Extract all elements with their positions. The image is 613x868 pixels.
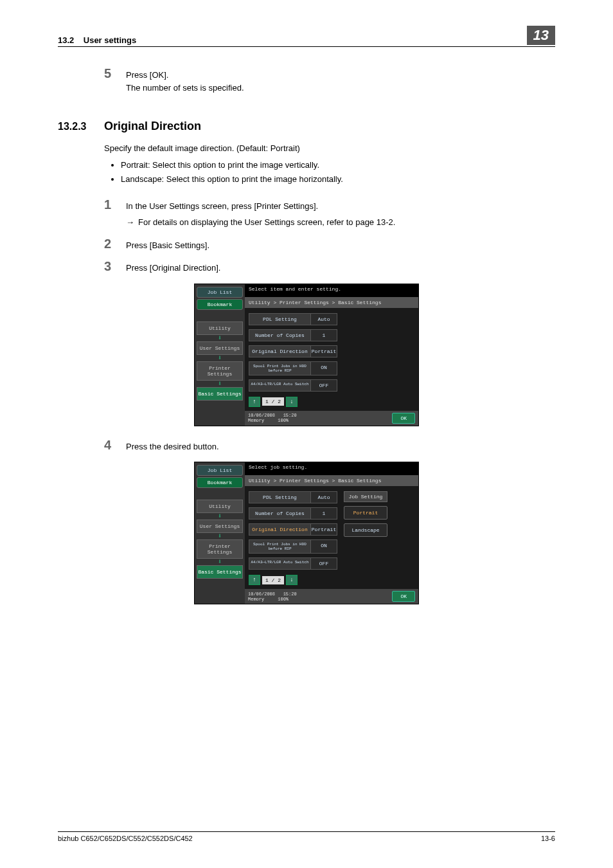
step-1: 1 In the User Settings screen, press [Pr…: [104, 197, 555, 213]
step-number: 4: [104, 438, 126, 453]
step-text: Press [Original Direction].: [126, 259, 220, 275]
job-list-button[interactable]: Job List: [197, 465, 243, 476]
user-settings-button[interactable]: User Settings: [197, 341, 243, 355]
step-number: 2: [104, 237, 126, 251]
utility-button[interactable]: Utility: [197, 321, 243, 335]
down-arrow-icon: ⬇: [218, 336, 222, 341]
step-5: 5 Press [OK]. The number of sets is spec…: [104, 66, 555, 94]
step-number: 3: [104, 259, 126, 274]
chapter-badge: 13: [527, 26, 555, 45]
ok-button[interactable]: OK: [392, 591, 415, 602]
setting-copies[interactable]: Number of Copies1: [249, 507, 337, 520]
step-text: In the User Settings screen, press [Prin…: [126, 197, 318, 213]
setting-original-direction[interactable]: Original DirectionPortrait: [249, 345, 337, 357]
step-text: Press the desired button.: [126, 438, 219, 453]
basic-settings-button[interactable]: Basic Settings: [197, 565, 243, 579]
list-item: Landscape: Select this option to print t…: [121, 173, 555, 186]
subsection-number: 13.2.3: [58, 121, 104, 132]
footer-model: bizhub C652/C652DS/C552/C552DS/C452: [58, 835, 193, 842]
setting-spool[interactable]: Spool Print Jobs in HDD before RIPON: [249, 539, 337, 554]
step-text: Press [Basic Settings].: [126, 237, 209, 252]
basic-settings-button[interactable]: Basic Settings: [197, 387, 243, 401]
step-sub-arrow: For details on displaying the User Setti…: [126, 216, 555, 229]
setting-pdl[interactable]: PDL SettingAuto: [249, 313, 337, 325]
portrait-button[interactable]: Portrait: [344, 506, 387, 520]
step-4: 4 Press the desired button.: [104, 438, 555, 453]
subsection-title: Original Direction: [104, 120, 201, 133]
job-list-button[interactable]: Job List: [197, 287, 243, 298]
printer-panel-screenshot-1: Job List Bookmark Utility ⬇ User Setting…: [194, 284, 419, 426]
step-number: 1: [104, 197, 126, 212]
step-text: The number of sets is specified.: [126, 82, 244, 95]
page-up-button[interactable]: ↑: [249, 397, 260, 407]
pager: ↑ 1 / 2 ↓: [245, 393, 418, 411]
subsection-heading: 13.2.3 Original Direction: [58, 120, 555, 133]
breadcrumb: Utility > Printer Settings > Basic Setti…: [245, 297, 418, 308]
setting-copies[interactable]: Number of Copies1: [249, 329, 337, 341]
down-arrow-icon: ⬇: [218, 381, 222, 386]
pager: ↑ 1 / 2 ↓: [245, 571, 418, 589]
page-down-button[interactable]: ↓: [286, 575, 298, 585]
status-bar: 10/06/2008 15:20 Memory 100% OK: [245, 589, 418, 604]
down-arrow-icon: ⬇: [218, 514, 222, 519]
landscape-button[interactable]: Landscape: [344, 523, 387, 537]
printer-panel-screenshot-2: Job List Bookmark Utility ⬇ User Setting…: [194, 462, 419, 604]
header-section: 13.2 User settings: [58, 35, 136, 45]
footer-page: 13-6: [541, 835, 555, 842]
page-indicator: 1 / 2: [262, 576, 284, 584]
step-2: 2 Press [Basic Settings].: [104, 237, 555, 252]
utility-button[interactable]: Utility: [197, 500, 243, 513]
page-footer: bizhub C652/C652DS/C552/C552DS/C452 13-6: [58, 831, 555, 842]
step-text: Press [OK].: [126, 69, 244, 82]
page-indicator: 1 / 2: [262, 397, 284, 406]
setting-autoswitch[interactable]: A4/A3↔LTR/LGR Auto SwitchOFF: [249, 379, 337, 392]
page-down-button[interactable]: ↓: [286, 397, 298, 407]
intro-text: Specify the default image direction. (De…: [104, 142, 555, 155]
step-3: 3 Press [Original Direction].: [104, 259, 555, 275]
setting-original-direction[interactable]: Original DirectionPortrait: [249, 523, 337, 536]
down-arrow-icon: ⬇: [218, 356, 222, 361]
list-item: Portrait: Select this option to print th…: [121, 159, 555, 172]
message-bar: Select job setting.: [245, 462, 418, 475]
setting-spool[interactable]: Spool Print Jobs in HDD before RIPON: [249, 361, 337, 375]
down-arrow-icon: ⬇: [218, 534, 222, 539]
ok-button[interactable]: OK: [392, 413, 415, 424]
bullet-list: Portrait: Select this option to print th…: [104, 159, 555, 186]
user-settings-button[interactable]: User Settings: [197, 520, 243, 533]
setting-pdl[interactable]: PDL SettingAuto: [249, 491, 337, 503]
status-bar: 10/06/2008 15:20 Memory 100% OK: [245, 411, 418, 426]
step-number: 5: [104, 66, 126, 81]
message-bar: Select item and enter setting.: [245, 284, 418, 297]
bookmark-button[interactable]: Bookmark: [197, 477, 243, 488]
breadcrumb: Utility > Printer Settings > Basic Setti…: [245, 475, 418, 486]
printer-settings-button[interactable]: Printer Settings: [197, 539, 243, 559]
job-setting-header: Job Setting: [344, 491, 387, 502]
printer-settings-button[interactable]: Printer Settings: [197, 361, 243, 381]
bookmark-button[interactable]: Bookmark: [197, 299, 243, 310]
page-header: 13.2 User settings 13: [58, 26, 555, 47]
down-arrow-icon: ⬇: [218, 559, 222, 565]
setting-autoswitch[interactable]: A4/A3↔LTR/LGR Auto SwitchOFF: [249, 557, 337, 570]
page-up-button[interactable]: ↑: [249, 575, 260, 585]
